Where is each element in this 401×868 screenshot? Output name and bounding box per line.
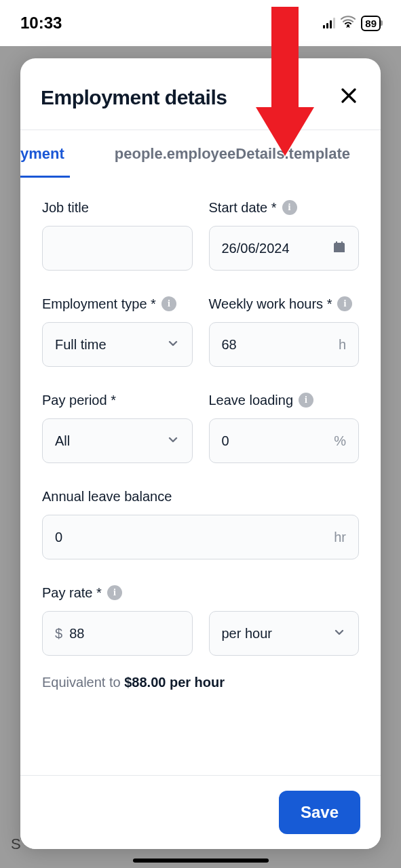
battery-indicator: 89 xyxy=(361,16,381,31)
info-icon[interactable]: i xyxy=(161,296,176,311)
modal-title: Employment details xyxy=(41,86,227,109)
info-icon[interactable]: i xyxy=(299,393,313,408)
employment-type-value: Full time xyxy=(55,337,107,353)
close-icon xyxy=(340,87,358,108)
annual-leave-label: Annual leave balance xyxy=(42,489,172,505)
annotation-arrow xyxy=(261,7,302,156)
tab-template[interactable]: people.employeeDetails.template xyxy=(109,130,356,178)
leave-loading-input[interactable]: % xyxy=(209,418,360,463)
svg-rect-3 xyxy=(336,241,337,244)
status-indicators: 89 xyxy=(323,16,381,31)
pay-rate-label: Pay rate * xyxy=(42,585,102,601)
pay-rate-period-label xyxy=(209,585,213,601)
annual-leave-input[interactable]: hr xyxy=(42,515,359,559)
info-icon[interactable]: i xyxy=(337,296,352,311)
status-time: 10:33 xyxy=(20,14,62,33)
chevron-down-icon xyxy=(166,433,180,450)
annual-leave-field[interactable] xyxy=(55,530,328,545)
job-title-field[interactable] xyxy=(55,241,180,256)
modal-header: Employment details xyxy=(20,58,381,130)
tab-employment[interactable]: yment xyxy=(20,130,70,178)
chevron-down-icon xyxy=(332,625,346,642)
pay-rate-equivalent: Equivalent to $88.00 per hour xyxy=(42,675,359,690)
weekly-hours-input[interactable]: h xyxy=(209,322,360,367)
tab-bar: yment people.employeeDetails.template xyxy=(20,130,381,178)
pay-period-label: Pay period * xyxy=(42,393,116,408)
job-title-label: Job title xyxy=(42,200,89,216)
annual-leave-unit: hr xyxy=(334,530,346,545)
pay-rate-period-value: per hour xyxy=(222,626,273,642)
employment-type-label: Employment type * xyxy=(42,296,156,312)
weekly-hours-label: Weekly work hours * xyxy=(209,296,332,312)
weekly-hours-field[interactable] xyxy=(222,337,333,353)
leave-loading-field[interactable] xyxy=(222,433,329,449)
start-date-value: 26/06/2024 xyxy=(222,241,290,256)
equiv-amount: $88.00 per hour xyxy=(124,675,225,690)
save-button[interactable]: Save xyxy=(279,791,360,834)
modal-footer: Save xyxy=(20,775,381,849)
home-indicator xyxy=(133,859,269,863)
start-date-label: Start date * xyxy=(209,200,277,216)
calendar-icon xyxy=(332,240,346,257)
close-button[interactable] xyxy=(337,84,360,111)
leave-loading-label: Leave loading xyxy=(209,393,294,408)
pay-period-select[interactable]: All xyxy=(42,418,193,463)
pay-period-value: All xyxy=(55,433,70,449)
pay-rate-input[interactable]: $ xyxy=(42,611,193,656)
status-bar: 10:33 89 xyxy=(0,0,401,46)
equiv-prefix: Equivalent to xyxy=(42,675,124,690)
cellular-signal-icon xyxy=(323,18,335,28)
pay-rate-field[interactable] xyxy=(69,626,179,642)
svg-rect-4 xyxy=(341,241,343,244)
employment-type-select[interactable]: Full time xyxy=(42,322,193,367)
background-peek-text: S xyxy=(11,835,21,853)
info-icon[interactable]: i xyxy=(107,585,122,600)
svg-point-0 xyxy=(347,24,349,27)
wifi-icon xyxy=(341,16,356,31)
job-title-input[interactable] xyxy=(42,226,193,271)
employment-details-modal: Employment details yment people.employee… xyxy=(20,58,381,849)
weekly-hours-unit: h xyxy=(339,337,346,353)
chevron-down-icon xyxy=(166,336,180,353)
pay-rate-period-select[interactable]: per hour xyxy=(209,611,360,656)
info-icon[interactable]: i xyxy=(282,200,297,215)
start-date-input[interactable]: 26/06/2024 xyxy=(209,226,360,271)
leave-loading-unit: % xyxy=(334,433,346,449)
form-body: Job title Start date * i 26/06/2024 xyxy=(20,178,381,775)
currency-prefix: $ xyxy=(55,626,62,642)
